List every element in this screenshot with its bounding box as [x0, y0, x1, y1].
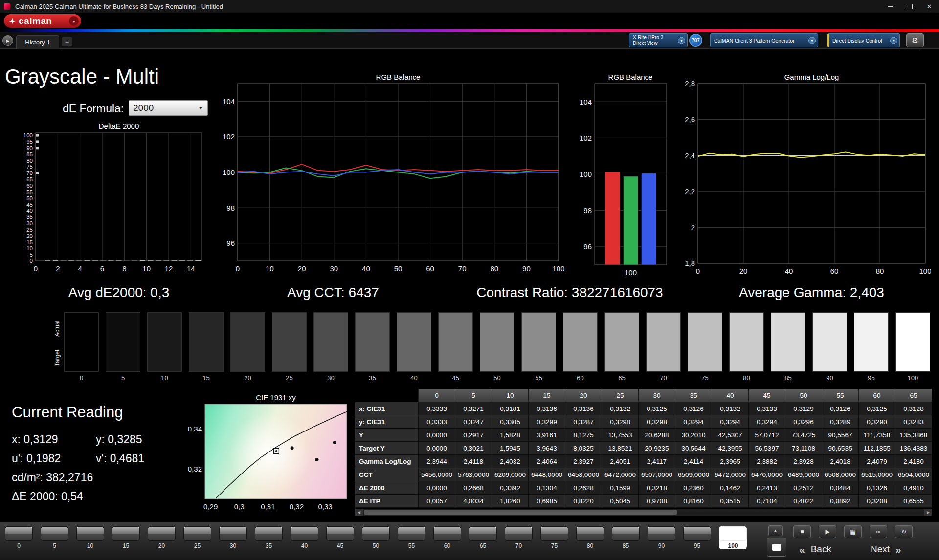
chevron-down-icon[interactable]: ▾ — [678, 37, 685, 44]
level-button-face[interactable] — [76, 526, 104, 541]
pattern-level-button-60[interactable]: 60 — [433, 526, 461, 549]
next-button[interactable]: Next — [871, 544, 890, 555]
calman-logo[interactable]: calman ▾ — [4, 14, 81, 28]
stop-button[interactable]: ■ — [793, 525, 811, 538]
table-scrollbar[interactable]: ◀ ▶ — [355, 509, 932, 516]
pattern-level-button-45[interactable]: 45 — [326, 526, 354, 549]
pattern-level-button-25[interactable]: 25 — [183, 526, 211, 549]
pattern-level-button-65[interactable]: 65 — [469, 526, 497, 549]
pattern-level-button-85[interactable]: 85 — [612, 526, 640, 549]
scrollbar-thumb[interactable] — [364, 510, 677, 515]
pattern-level-button-70[interactable]: 70 — [505, 526, 533, 549]
level-button-face[interactable] — [612, 526, 640, 541]
svg-text:104: 104 — [223, 97, 235, 106]
swatch-patch — [604, 312, 639, 372]
pattern-level-button-100[interactable]: 100 — [719, 526, 747, 549]
level-button-face[interactable] — [255, 526, 283, 541]
de-formula-select[interactable]: 2000 ▼ — [129, 100, 208, 116]
display-control-dropdown[interactable]: Direct Display Control ▾ — [827, 33, 900, 47]
level-button-face[interactable] — [398, 526, 425, 541]
grayscale-swatch-95: 95 — [854, 312, 889, 382]
grayscale-swatch-30: 30 — [313, 312, 348, 382]
meter-count-badge[interactable]: 707 — [689, 34, 702, 47]
pattern-window-button[interactable] — [767, 538, 786, 557]
level-button-face[interactable] — [469, 526, 497, 541]
pattern-level-button-10[interactable]: 10 — [76, 526, 104, 549]
pattern-level-button-90[interactable]: 90 — [648, 526, 675, 549]
level-button-face[interactable] — [540, 526, 568, 541]
level-button-face[interactable] — [291, 526, 318, 541]
next-chevrons-icon[interactable]: » — [895, 544, 901, 555]
refresh-button[interactable]: ↻ — [895, 525, 913, 538]
level-button-face[interactable] — [719, 526, 747, 541]
svg-text:30: 30 — [330, 264, 338, 273]
pattern-level-button-80[interactable]: 80 — [576, 526, 604, 549]
svg-text:10: 10 — [266, 264, 274, 273]
level-button-face[interactable] — [5, 526, 33, 541]
pattern-level-button-95[interactable]: 95 — [683, 526, 711, 549]
settings-button[interactable]: ⚙ — [906, 33, 924, 47]
tab-history-1[interactable]: History 1 — [16, 35, 59, 49]
add-tab-button[interactable]: + — [62, 37, 72, 46]
svg-text:0,31: 0,31 — [261, 502, 275, 511]
close-button[interactable]: ✕ — [919, 0, 939, 13]
svg-text:40: 40 — [362, 264, 370, 273]
pattern-level-button-40[interactable]: 40 — [291, 526, 318, 549]
scroll-left-button[interactable]: ◀ — [355, 509, 363, 516]
pattern-level-button-50[interactable]: 50 — [362, 526, 390, 549]
minimize-button[interactable] — [880, 0, 900, 13]
table-cell: 6515,0000 — [859, 468, 895, 481]
level-button-face[interactable] — [183, 526, 211, 541]
table-cell: 0,3247 — [455, 415, 492, 429]
level-button-face[interactable] — [326, 526, 354, 541]
level-button-label: 20 — [148, 542, 176, 549]
scroll-right-button[interactable]: ▶ — [924, 509, 932, 516]
pattern-level-button-35[interactable]: 35 — [255, 526, 283, 549]
level-button-face[interactable] — [683, 526, 711, 541]
pattern-level-button-30[interactable]: 30 — [219, 526, 247, 549]
maximize-button[interactable] — [900, 0, 919, 13]
swatch-level-label: 10 — [147, 374, 182, 382]
level-button-face[interactable] — [219, 526, 247, 541]
pattern-level-button-0[interactable]: 0 — [5, 526, 33, 549]
history-nav-button[interactable]: ▸ — [2, 35, 13, 46]
svg-text:80: 80 — [490, 264, 498, 273]
level-button-face[interactable] — [505, 526, 533, 541]
pattern-level-button-20[interactable]: 20 — [148, 526, 176, 549]
back-chevrons-icon[interactable]: « — [799, 544, 805, 555]
pattern-level-button-55[interactable]: 55 — [398, 526, 425, 549]
deltae-chart-title: DeltaE 2000 — [36, 122, 202, 130]
level-button-face[interactable] — [576, 526, 604, 541]
level-button-face[interactable] — [362, 526, 390, 541]
level-button-face[interactable] — [433, 526, 461, 541]
grayscale-swatch-0: 0 — [64, 312, 99, 382]
pattern-generator-dropdown[interactable]: CalMAN Client 3 Pattern Generator ▾ — [710, 33, 818, 47]
loop-button[interactable]: ∞ — [870, 525, 887, 538]
table-cell: 2,3927 — [565, 455, 602, 468]
swatch-patch — [854, 312, 889, 372]
logo-menu-button[interactable]: ▾ — [69, 16, 79, 26]
pattern-level-button-15[interactable]: 15 — [112, 526, 140, 549]
play-button[interactable]: ▶ — [819, 525, 836, 538]
calman-spark-icon — [9, 18, 16, 24]
back-button[interactable]: Back — [811, 544, 831, 555]
meter-dropdown[interactable]: X-Rite i1Pro 3 Direct View ▾ — [629, 33, 688, 47]
level-button-face[interactable] — [148, 526, 176, 541]
gamma-chart-title: Gamma Log/Log — [698, 73, 925, 81]
cie-chart: 0,290,30,310,320,330,320,34 — [184, 402, 352, 516]
grayscale-swatch-20: 20 — [230, 312, 265, 382]
level-button-face[interactable] — [112, 526, 140, 541]
level-button-face[interactable] — [41, 526, 68, 541]
chevron-down-icon[interactable]: ▾ — [890, 37, 897, 44]
pattern-up-button[interactable]: ▲ — [768, 525, 782, 536]
pattern-level-button-75[interactable]: 75 — [540, 526, 568, 549]
save-button[interactable]: ▦ — [844, 525, 862, 538]
pattern-level-button-5[interactable]: 5 — [41, 526, 68, 549]
table-cell: 0,2512 — [785, 481, 822, 495]
table-cell: 0,0000 — [419, 429, 455, 442]
table-row-label: Y — [355, 429, 419, 442]
level-button-face[interactable] — [648, 526, 675, 541]
table-cell: 73,1108 — [785, 442, 822, 455]
scrollbar-track[interactable] — [363, 509, 924, 516]
chevron-down-icon[interactable]: ▾ — [808, 37, 816, 44]
